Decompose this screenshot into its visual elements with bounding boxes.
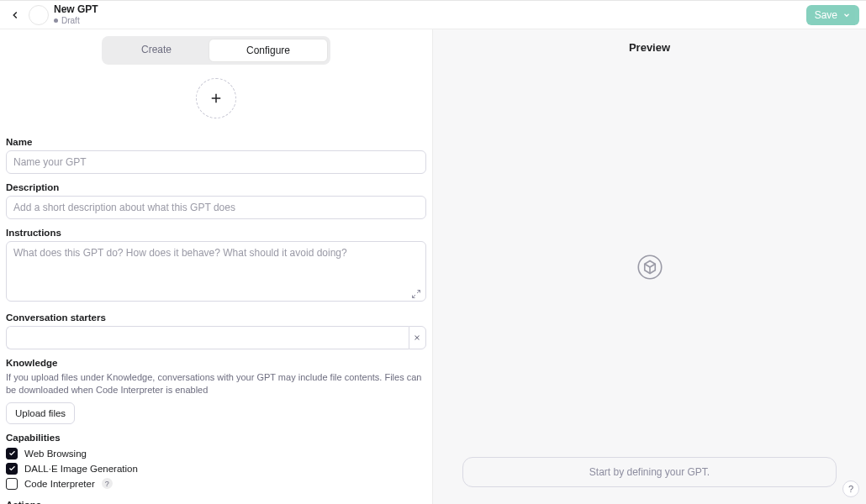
upload-files-button[interactable]: Upload files <box>6 402 75 424</box>
description-input[interactable] <box>6 196 426 219</box>
capability-label: Web Browsing <box>24 449 87 459</box>
starter-remove-button[interactable] <box>409 326 426 349</box>
instructions-input[interactable] <box>6 241 426 302</box>
header-bar: New GPT Draft Save <box>0 1 866 29</box>
back-button[interactable] <box>7 7 24 24</box>
preview-panel: Preview Start by defining your GPT. ? <box>433 29 866 504</box>
check-icon <box>8 449 16 457</box>
configure-panel: Create Configure Name Description Instru… <box>0 29 433 504</box>
svg-line-3 <box>413 295 416 298</box>
page-title: New GPT <box>54 4 98 15</box>
check-icon <box>8 465 16 472</box>
status-badge: Draft <box>54 16 98 25</box>
starter-row <box>6 326 426 349</box>
preview-title: Preview <box>629 29 670 66</box>
checkbox-web-browsing[interactable] <box>6 448 18 459</box>
preview-input[interactable]: Start by defining your GPT. <box>462 457 837 487</box>
instructions-label: Instructions <box>6 228 426 238</box>
svg-line-2 <box>417 291 420 294</box>
tab-configure[interactable]: Configure <box>209 39 328 62</box>
starters-label: Conversation starters <box>6 312 426 323</box>
status-text: Draft <box>61 16 80 25</box>
tab-create[interactable]: Create <box>104 39 209 62</box>
capability-label: DALL·E Image Generation <box>24 464 138 474</box>
checkbox-code-interpreter[interactable] <box>6 478 18 490</box>
plus-icon <box>209 91 224 106</box>
description-label: Description <box>6 182 426 192</box>
name-label: Name <box>6 137 426 147</box>
actions-label: Actions <box>6 500 426 504</box>
tab-group: Create Configure <box>102 36 330 65</box>
capability-web-browsing: Web Browsing <box>6 446 426 461</box>
capability-label: Code Interpreter <box>24 479 95 489</box>
expand-icon[interactable] <box>411 289 421 299</box>
save-button-label: Save <box>815 9 837 21</box>
save-button[interactable]: Save <box>806 5 859 25</box>
capabilities-label: Capabilities <box>6 433 426 443</box>
gpt-avatar-placeholder <box>29 5 49 25</box>
info-icon[interactable]: ? <box>102 478 113 489</box>
upload-avatar-button[interactable] <box>196 78 236 118</box>
checkbox-dalle[interactable] <box>6 463 18 475</box>
capability-dalle: DALL·E Image Generation <box>6 461 426 476</box>
capability-code-interpreter: Code Interpreter ? <box>6 476 426 491</box>
name-input[interactable] <box>6 150 426 174</box>
close-icon <box>413 333 421 342</box>
knowledge-help-text: If you upload files under Knowledge, con… <box>6 371 426 397</box>
starter-input[interactable] <box>6 326 409 349</box>
cube-icon <box>637 255 663 280</box>
chevron-down-icon <box>842 11 851 19</box>
preview-placeholder-icon <box>637 255 663 280</box>
knowledge-label: Knowledge <box>6 358 426 368</box>
help-button[interactable]: ? <box>842 480 859 497</box>
